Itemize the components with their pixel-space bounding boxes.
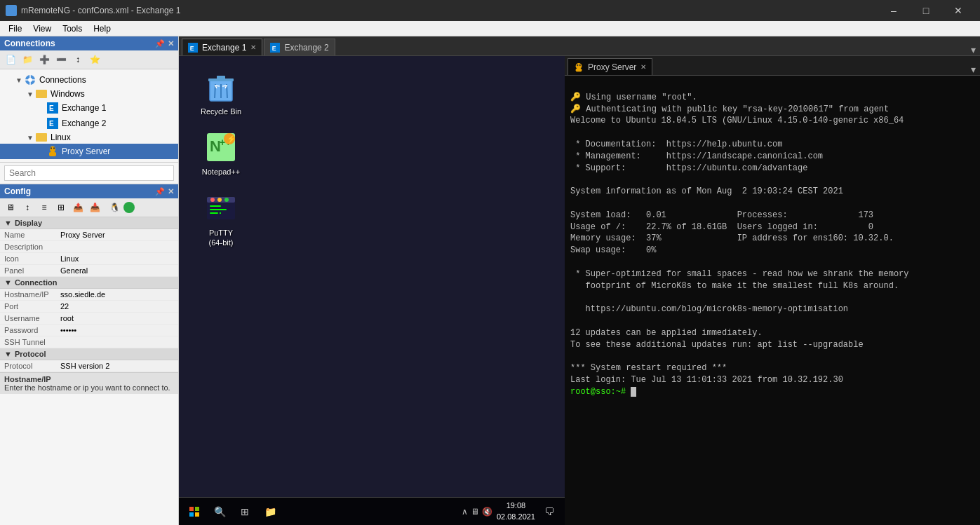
menu-view[interactable]: View bbox=[27, 22, 57, 35]
tab-close-exchange1[interactable]: ✕ bbox=[250, 43, 256, 51]
collapse-icon-connection: ▼ bbox=[4, 278, 12, 287]
config-section-connection[interactable]: ▼ Connection bbox=[0, 277, 178, 289]
config-btn-linux[interactable]: 🐧 bbox=[107, 200, 122, 215]
config-row-hostname: Hostname/IP sso.siedle.de bbox=[0, 289, 178, 301]
chevron-up-icon[interactable]: ∧ bbox=[462, 507, 468, 517]
section-label-connection: Connection bbox=[15, 278, 58, 287]
config-btn-1[interactable]: 🖥 bbox=[3, 200, 18, 215]
toolbar-new-btn[interactable]: 📄 bbox=[3, 52, 18, 67]
tree-label-exchange2: Exchange 2 bbox=[62, 118, 106, 128]
content-area: E Exchange 1 ✕ E Exchange 2 ▾ bbox=[179, 36, 980, 525]
config-pin-icon[interactable]: 📌 bbox=[155, 187, 165, 196]
left-panel: Connections 📌 ✕ 📄 📁 ➕ ➖ ↕ ⭐ ▼ bbox=[0, 36, 179, 525]
terminal-body[interactable]: 🔑 Using username "root". 🔑 Authenticatin… bbox=[565, 76, 980, 525]
windows-logo bbox=[189, 507, 199, 517]
tree-expand-windows[interactable]: ▼ bbox=[25, 90, 35, 98]
config-btn-flat[interactable]: ≡ bbox=[36, 200, 52, 215]
config-label-password: Password bbox=[4, 326, 60, 334]
config-label-hostname: Hostname/IP bbox=[4, 290, 60, 299]
start-button[interactable] bbox=[184, 502, 204, 521]
tree-item-connections-root[interactable]: ▼ Connections bbox=[0, 72, 178, 88]
config-value-port: 22 bbox=[60, 302, 174, 311]
tab-icon-exchange1: E bbox=[188, 43, 198, 53]
taskbar-task-view[interactable]: ⊞ bbox=[235, 502, 255, 521]
minimize-button[interactable]: – bbox=[878, 0, 910, 21]
tree-item-linux[interactable]: ▼ Linux bbox=[0, 131, 178, 144]
panel-header-controls: 📌 ✕ bbox=[155, 39, 174, 48]
toolbar-sort-btn[interactable]: ↕ bbox=[70, 52, 86, 67]
svg-rect-20 bbox=[217, 76, 225, 79]
config-btn-import[interactable]: 📥 bbox=[87, 200, 102, 215]
status-bar: Hostname/IP Enter the hostname or ip you… bbox=[0, 372, 178, 394]
notepadpp-icon: N ++ ⚡ bbox=[204, 130, 238, 164]
svg-text:E: E bbox=[49, 120, 54, 128]
config-btn-export[interactable]: 📤 bbox=[70, 200, 86, 215]
collapse-icon-display: ▼ bbox=[4, 219, 12, 227]
close-button[interactable]: ✕ bbox=[942, 0, 974, 21]
taskbar-date-display: 02.08.2021 bbox=[497, 512, 535, 522]
tab-exchange1[interactable]: E Exchange 1 ✕ bbox=[182, 39, 262, 55]
terminal-tab-bar: Proxy Server ✕ ▾ bbox=[565, 56, 980, 76]
config-row-ssh-tunnel: SSH Tunnel bbox=[0, 336, 178, 348]
toolbar-add-btn[interactable]: ➕ bbox=[36, 52, 52, 67]
terminal-tab-close-btn[interactable]: ✕ bbox=[640, 63, 646, 71]
config-header-controls: 📌 ✕ bbox=[155, 187, 174, 196]
toolbar-remove-btn[interactable]: ➖ bbox=[53, 52, 69, 67]
config-section-protocol[interactable]: ▼ Protocol bbox=[0, 348, 178, 360]
taskbar-explorer[interactable]: 📁 bbox=[260, 502, 280, 521]
svg-text:E: E bbox=[190, 44, 194, 51]
menu-file[interactable]: File bbox=[3, 22, 27, 35]
tree-item-exchange1[interactable]: E Exchange 1 bbox=[0, 100, 178, 116]
svg-text:⚡: ⚡ bbox=[227, 134, 236, 144]
tree-label-connections: Connections bbox=[39, 75, 86, 85]
config-value-protocol: SSH version 2 bbox=[60, 362, 174, 370]
toolbar-star-btn[interactable]: ⭐ bbox=[87, 52, 102, 67]
toolbar-folder-btn[interactable]: 📁 bbox=[20, 52, 35, 67]
exchange-icon-2: E bbox=[47, 118, 58, 129]
main-layout: Connections 📌 ✕ 📄 📁 ➕ ➖ ↕ ⭐ ▼ bbox=[0, 36, 980, 525]
svg-rect-41 bbox=[576, 68, 582, 71]
tree-expand-root[interactable]: ▼ bbox=[14, 76, 24, 84]
config-btn-green[interactable] bbox=[123, 202, 135, 213]
tree-label-windows: Windows bbox=[51, 89, 85, 99]
status-hint: Enter the hostname or ip you want to con… bbox=[4, 383, 174, 392]
tree-item-windows[interactable]: ▼ Windows bbox=[0, 88, 178, 100]
taskbar-notifications[interactable]: 🗨 bbox=[539, 502, 559, 521]
menu-help[interactable]: Help bbox=[88, 22, 116, 35]
maximize-button[interactable]: □ bbox=[910, 0, 942, 21]
config-btn-2[interactable]: ↕ bbox=[20, 200, 35, 215]
collapse-icon-protocol: ▼ bbox=[4, 350, 12, 358]
config-row-icon: Icon Linux bbox=[0, 253, 178, 265]
desktop-icon-notepadpp[interactable]: N ++ ⚡ Notepad++ bbox=[193, 130, 249, 177]
config-label-icon: Icon bbox=[4, 254, 60, 263]
svg-point-12 bbox=[53, 147, 55, 149]
taskbar-search-btn[interactable]: 🔍 bbox=[210, 502, 229, 521]
search-input[interactable] bbox=[4, 165, 174, 181]
close-panel-icon[interactable]: ✕ bbox=[168, 39, 174, 48]
title-bar-text: mRemoteNG - confCons.xml - Exchange 1 bbox=[21, 6, 878, 15]
tab-overflow-btn[interactable]: ▾ bbox=[967, 44, 980, 55]
terminal-tab-proxy[interactable]: Proxy Server ✕ bbox=[568, 58, 652, 75]
tree-item-exchange2[interactable]: E Exchange 2 bbox=[0, 116, 178, 131]
tab-exchange2[interactable]: E Exchange 2 bbox=[264, 39, 335, 55]
terminal-tab-overflow[interactable]: ▾ bbox=[967, 64, 980, 75]
config-btn-grid[interactable]: ⊞ bbox=[53, 200, 69, 215]
desktop-icon-recycle-bin[interactable]: Recycle Bin bbox=[193, 70, 249, 116]
desktop-icon-putty[interactable]: PuTTY (64-bit) bbox=[193, 191, 249, 248]
config-label-protocol: Protocol bbox=[4, 362, 60, 370]
taskbar-clock[interactable]: 19:08 02.08.2021 bbox=[497, 500, 535, 522]
pin-icon[interactable]: 📌 bbox=[155, 39, 165, 48]
svg-point-39 bbox=[577, 64, 578, 65]
tree-item-proxy-server[interactable]: Proxy Server bbox=[0, 144, 178, 159]
volume-icon[interactable]: 🔇 bbox=[482, 507, 492, 517]
connections-toolbar: 📄 📁 ➕ ➖ ↕ ⭐ bbox=[0, 50, 178, 69]
config-close-icon[interactable]: ✕ bbox=[168, 187, 174, 196]
svg-text:E: E bbox=[49, 104, 54, 112]
config-section-display[interactable]: ▼ Display bbox=[0, 217, 178, 229]
config-label-description: Description bbox=[4, 243, 60, 251]
tree-expand-linux[interactable]: ▼ bbox=[25, 134, 35, 142]
section-label-protocol: Protocol bbox=[15, 350, 46, 358]
menu-tools[interactable]: Tools bbox=[57, 22, 88, 35]
network-icon[interactable]: 🖥 bbox=[471, 507, 479, 517]
panels-row: Recycle Bin N ++ ⚡ bbox=[179, 56, 980, 525]
